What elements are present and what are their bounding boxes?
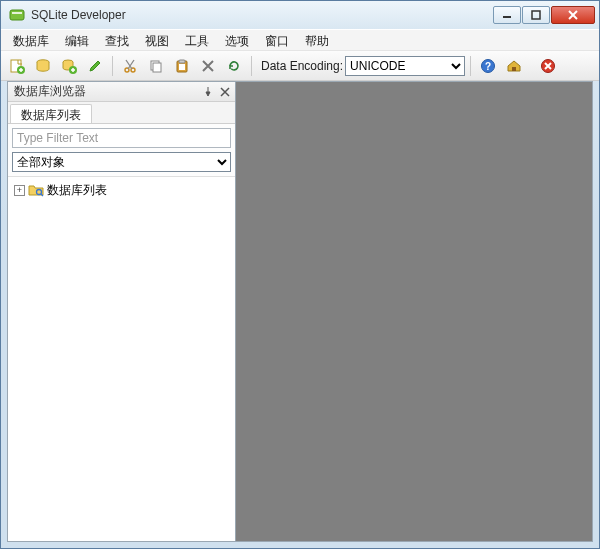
filter-input[interactable]	[12, 128, 231, 148]
cut-button[interactable]	[118, 54, 142, 78]
close-button[interactable]	[551, 6, 595, 24]
delete-button[interactable]	[196, 54, 220, 78]
svg-rect-1	[12, 12, 22, 14]
app-window: SQLite Developer 数据库 编辑 查找 视图 工具 选项 窗口 帮…	[0, 0, 600, 549]
tree-root-row[interactable]: + 数据库列表	[10, 181, 233, 199]
help-button[interactable]: ?	[476, 54, 500, 78]
panel-tabs: 数据库列表	[8, 102, 235, 124]
menu-window[interactable]: 窗口	[257, 30, 297, 50]
object-type-select[interactable]: 全部对象	[12, 152, 231, 172]
minimize-button[interactable]	[493, 6, 521, 24]
window-title: SQLite Developer	[31, 8, 493, 22]
menu-help[interactable]: 帮助	[297, 30, 337, 50]
mdi-area	[236, 82, 592, 541]
svg-rect-16	[179, 60, 185, 63]
svg-rect-20	[512, 67, 516, 71]
add-connection-button[interactable]	[57, 54, 81, 78]
menu-options[interactable]: 选项	[217, 30, 257, 50]
close-icon	[220, 87, 230, 97]
panel-pin-button[interactable]	[200, 84, 216, 100]
panel-header: 数据库浏览器	[8, 82, 235, 102]
window-controls	[493, 6, 595, 24]
menu-view[interactable]: 视图	[137, 30, 177, 50]
tab-database-list[interactable]: 数据库列表	[10, 104, 92, 123]
edit-button[interactable]	[83, 54, 107, 78]
maximize-button[interactable]	[522, 6, 550, 24]
open-database-button[interactable]	[31, 54, 55, 78]
menu-edit[interactable]: 编辑	[57, 30, 97, 50]
toolbar-separator	[470, 56, 471, 76]
panel-title: 数据库浏览器	[14, 83, 199, 100]
svg-text:?: ?	[485, 61, 491, 72]
folder-search-icon	[28, 182, 44, 198]
copy-button[interactable]	[144, 54, 168, 78]
titlebar: SQLite Developer	[1, 1, 599, 29]
panel-close-button[interactable]	[217, 84, 233, 100]
toolbar-separator	[112, 56, 113, 76]
encoding-select[interactable]: UNICODE	[345, 56, 465, 76]
encoding-group: Data Encoding: UNICODE	[261, 56, 465, 76]
pin-icon	[203, 87, 213, 97]
menu-tools[interactable]: 工具	[177, 30, 217, 50]
home-button[interactable]	[502, 54, 526, 78]
toolbar: Data Encoding: UNICODE ?	[1, 51, 599, 81]
database-tree[interactable]: + 数据库列表	[8, 176, 235, 541]
client-area: 数据库浏览器 数据库列表 全部对象 +	[7, 81, 593, 542]
tree-root-label: 数据库列表	[47, 182, 107, 199]
encoding-label: Data Encoding:	[261, 59, 343, 73]
toolbar-separator	[251, 56, 252, 76]
expand-icon[interactable]: +	[14, 185, 25, 196]
menu-find[interactable]: 查找	[97, 30, 137, 50]
database-browser-panel: 数据库浏览器 数据库列表 全部对象 +	[8, 82, 236, 541]
stop-button[interactable]	[536, 54, 560, 78]
app-icon	[9, 7, 25, 23]
svg-rect-17	[179, 64, 185, 70]
refresh-button[interactable]	[222, 54, 246, 78]
paste-button[interactable]	[170, 54, 194, 78]
new-query-button[interactable]	[5, 54, 29, 78]
menubar: 数据库 编辑 查找 视图 工具 选项 窗口 帮助	[1, 29, 599, 51]
menu-database[interactable]: 数据库	[5, 30, 57, 50]
svg-rect-14	[153, 63, 161, 72]
svg-rect-3	[532, 11, 540, 19]
svg-rect-0	[10, 10, 24, 20]
